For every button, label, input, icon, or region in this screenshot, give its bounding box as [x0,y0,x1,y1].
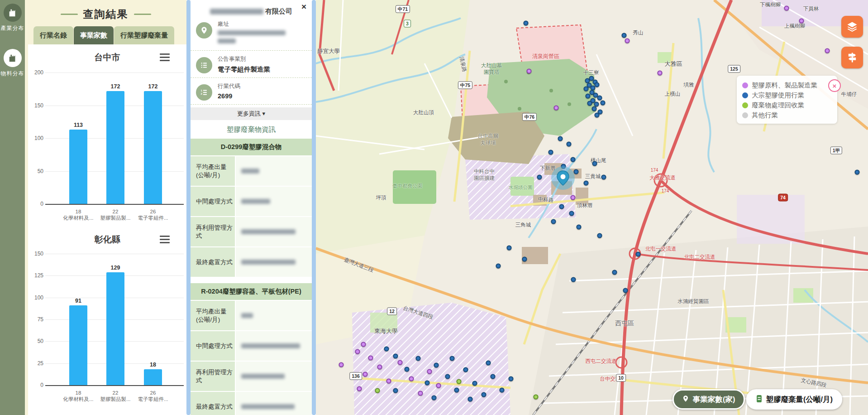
bar-18[interactable] [69,130,87,204]
facility-marker-blue[interactable] [569,211,574,216]
facility-marker-blue[interactable] [623,288,628,293]
facility-marker-purple[interactable] [625,39,630,43]
facility-marker-blue[interactable] [595,82,600,87]
bar-26[interactable] [144,369,162,385]
sidebar-item-material-distribution[interactable]: 物料分布 [0,49,25,77]
facility-marker-purple[interactable] [386,379,391,384]
sidebar-item-industry-distribution[interactable]: 產業分布 [0,4,25,32]
bar-26[interactable] [144,91,162,204]
facility-marker-purple[interactable] [361,342,366,347]
facility-marker-blue[interactable] [445,374,450,379]
facility-marker-blue[interactable] [584,87,589,92]
facility-marker-blue[interactable] [522,257,527,262]
facility-marker-blue[interactable] [551,219,556,224]
y-axis-tick: 150 [28,251,43,257]
signpost-button[interactable] [841,47,863,68]
facility-marker-blue[interactable] [592,161,597,166]
facility-marker-green[interactable] [534,395,539,400]
toggle-plastic-waste[interactable]: 塑膠廢棄量(公噸/月) [746,389,843,410]
facility-marker-blue[interactable] [472,381,477,386]
facility-marker-purple[interactable] [427,369,432,374]
facility-marker-purple[interactable] [784,6,789,11]
tab-0[interactable]: 行業名錄 [33,26,73,44]
facility-marker-blue[interactable] [454,388,459,393]
facility-marker-blue[interactable] [855,170,860,175]
facility-marker-purple[interactable] [409,376,414,381]
facility-marker-blue[interactable] [432,396,437,401]
bar-22[interactable] [106,91,124,204]
facility-marker-blue[interactable] [558,136,563,141]
results-panel-scrollbar[interactable] [186,0,191,415]
facility-marker-green[interactable] [457,379,462,384]
facility-marker-blue[interactable] [584,181,589,186]
layers-button[interactable] [841,16,863,38]
facility-marker-purple[interactable] [363,372,368,377]
facility-marker-blue[interactable] [524,21,529,26]
facility-marker-blue[interactable] [577,225,582,230]
facility-marker-blue[interactable] [597,96,602,101]
facility-marker-purple[interactable] [436,383,441,388]
facility-marker-blue[interactable] [491,374,496,379]
facility-marker-blue[interactable] [571,277,576,282]
map-canvas[interactable]: 十三寮下新厝三貴城頂林厝橫山尾上橫山秀山下楓樹腳下員林上楓樹腳大雅區埧雅大肚山頂… [316,0,868,415]
facility-marker-blue[interactable] [597,233,602,238]
facility-marker-blue[interactable] [416,356,421,361]
facility-marker-blue[interactable] [592,106,597,111]
legend-close-icon[interactable]: × [828,79,841,92]
facility-marker-blue[interactable] [384,347,389,352]
tab-2[interactable]: 行業塑膠廢棄量 [114,26,174,44]
more-info-button[interactable]: 更多資訊 ▾ [191,107,312,120]
facility-marker-blue[interactable] [574,169,579,174]
facility-marker-blue[interactable] [612,270,617,275]
facility-marker-blue[interactable] [567,142,572,147]
facility-marker-blue[interactable] [537,175,542,180]
facility-marker-blue[interactable] [507,246,512,251]
facility-marker-blue[interactable] [587,101,592,106]
facility-marker-blue[interactable] [561,164,566,169]
facility-marker-purple[interactable] [398,360,403,365]
facility-marker-purple[interactable] [339,362,344,367]
facility-marker-blue[interactable] [636,252,641,257]
facility-marker-blue[interactable] [548,150,553,155]
facility-marker-blue[interactable] [486,361,491,366]
facility-marker-blue[interactable] [496,264,501,269]
chart-menu-icon[interactable] [160,53,170,61]
facility-marker-blue[interactable] [425,381,430,386]
chart-menu-icon[interactable] [160,236,170,243]
facility-marker-purple[interactable] [799,19,804,24]
facility-marker-purple[interactable] [355,349,360,354]
facility-marker-blue[interactable] [601,175,606,180]
detail-panel-scrollbar[interactable] [312,0,316,415]
facility-marker-purple[interactable] [554,106,559,111]
close-icon[interactable]: × [301,2,306,11]
facility-marker-purple[interactable] [368,356,373,361]
facility-marker-blue[interactable] [434,363,439,368]
facility-marker-blue[interactable] [601,101,606,106]
facility-marker-blue[interactable] [468,397,473,402]
facility-marker-purple[interactable] [571,195,576,200]
facility-marker-blue[interactable] [571,157,576,162]
tab-1[interactable]: 事業家數 [74,26,114,44]
facility-marker-green[interactable] [375,388,380,393]
facility-marker-purple[interactable] [418,391,423,396]
facility-marker-blue[interactable] [622,33,627,38]
facility-marker-blue[interactable] [586,94,591,99]
facility-marker-blue[interactable] [393,388,398,393]
facility-marker-purple[interactable] [825,48,830,53]
facility-marker-blue[interactable] [559,204,564,209]
facility-marker-purple[interactable] [527,69,532,74]
bar-22[interactable] [106,272,124,385]
facility-marker-blue[interactable] [405,367,410,372]
facility-marker-blue[interactable] [500,388,505,393]
facility-marker-blue[interactable] [450,356,455,361]
facility-marker-blue[interactable] [509,376,514,381]
facility-marker-blue[interactable] [463,367,468,372]
facility-marker-blue[interactable] [393,354,398,359]
facility-marker-blue[interactable] [595,113,600,118]
toggle-business-count[interactable]: 事業家數(家) [672,389,745,410]
facility-marker-purple[interactable] [658,71,663,76]
bar-18[interactable] [69,305,87,385]
facility-marker-blue[interactable] [482,392,486,397]
facility-marker-purple[interactable] [357,386,362,391]
facility-marker-purple[interactable] [377,365,382,370]
